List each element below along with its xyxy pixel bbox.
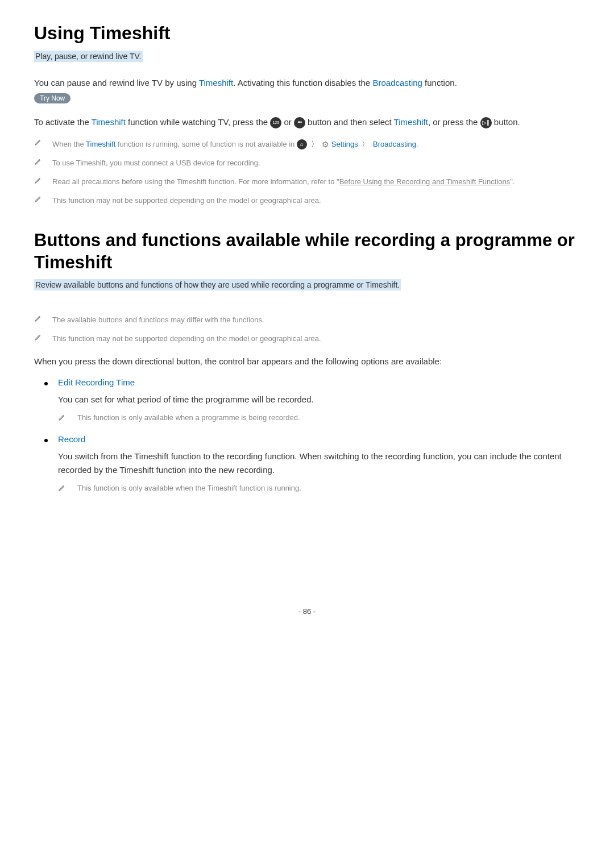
text: Read all precautions before using the Ti…	[52, 177, 339, 186]
timeshift-term: Timeshift	[394, 117, 428, 127]
text: function while watching TV, press the	[126, 117, 270, 127]
chevron-right-icon: 〉	[311, 139, 318, 151]
broadcasting-term: Broadcasting	[373, 140, 416, 148]
note-text: To use Timeshift, you must connect a USB…	[52, 157, 260, 169]
timeshift-term: Timeshift	[86, 140, 115, 148]
text: .	[416, 140, 418, 148]
option-note: This function is only available when a p…	[58, 413, 580, 423]
note-text: The available buttons and functions may …	[52, 314, 264, 326]
pencil-icon	[34, 157, 45, 169]
note-item: The available buttons and functions may …	[34, 314, 580, 326]
text: button and then select	[308, 117, 394, 127]
note-item: When the Timeshift function is running, …	[34, 138, 580, 151]
pencil-icon	[34, 314, 45, 326]
settings-term: Settings	[329, 140, 360, 148]
chevron-right-icon: 〉	[362, 139, 369, 151]
try-now-badge[interactable]: Try Now	[34, 93, 70, 103]
remote-dots-icon	[294, 117, 305, 128]
pencil-icon	[34, 176, 45, 188]
pencil-icon	[58, 484, 69, 493]
gear-icon: ⚙	[322, 138, 329, 151]
note-item: This function may not be supported depen…	[34, 195, 580, 207]
option-body: You can set for what period of time the …	[58, 393, 580, 406]
broadcasting-term: Broadcasting	[372, 78, 422, 88]
intro-text: When you press the down directional butt…	[34, 354, 580, 369]
bullet-icon	[44, 439, 48, 442]
text: When the	[52, 140, 86, 148]
text: button.	[494, 117, 520, 127]
options-list: Edit Recording Time You can set for what…	[34, 377, 580, 493]
timeshift-term: Timeshift	[92, 117, 126, 127]
list-item: Edit Recording Time You can set for what…	[34, 377, 580, 423]
intro-paragraph-1: You can pause and rewind live TV by usin…	[34, 76, 580, 90]
bullet-icon	[44, 382, 48, 385]
section-subtitle: Play, pause, or rewind live TV.	[34, 51, 143, 62]
section-heading: Using Timeshift	[34, 23, 580, 44]
section-subtitle-2: Review available buttons and functions o…	[34, 279, 401, 290]
option-body: You switch from the Timeshift function t…	[58, 450, 580, 477]
notes-list-2: The available buttons and functions may …	[34, 314, 580, 345]
remote-123-icon: 123	[270, 117, 281, 128]
section-heading-2: Buttons and functions available while re…	[34, 230, 580, 274]
text: or	[284, 117, 294, 127]
text: You can pause and rewind live TV by usin…	[34, 78, 199, 88]
text: To activate the	[34, 117, 92, 127]
pencil-icon	[58, 413, 69, 423]
option-title: Record	[58, 434, 85, 444]
text: function.	[422, 78, 457, 88]
option-title: Edit Recording Time	[58, 377, 135, 387]
pencil-icon	[34, 195, 45, 207]
note-text: This function is only available when a p…	[77, 413, 300, 422]
note-item: This function may not be supported depen…	[34, 333, 580, 345]
timeshift-term: Timeshift	[199, 78, 233, 88]
note-text: This function is only available when the…	[77, 484, 301, 492]
note-text: This function may not be supported depen…	[52, 195, 321, 207]
text: function is running, some of function is…	[115, 140, 297, 148]
pencil-icon	[34, 138, 45, 150]
list-item: Record You switch from the Timeshift fun…	[34, 434, 580, 493]
note-item: Read all precautions before using the Ti…	[34, 176, 580, 188]
home-icon: ⌂	[297, 139, 307, 149]
pencil-icon	[34, 333, 45, 345]
text: , or press the	[428, 117, 480, 127]
play-pause-icon: ▷‖	[480, 117, 492, 128]
notes-list-1: When the Timeshift function is running, …	[34, 138, 580, 207]
intro-paragraph-2: To activate the Timeshift function while…	[34, 115, 580, 130]
note-text: This function may not be supported depen…	[52, 333, 321, 345]
option-note: This function is only available when the…	[58, 484, 580, 493]
text: ".	[510, 177, 515, 186]
text: . Activating this function disables the	[233, 78, 372, 88]
manual-link[interactable]: Before Using the Recording and Timeshift…	[339, 177, 511, 186]
note-item: To use Timeshift, you must connect a USB…	[34, 157, 580, 169]
page-number: - 86 -	[34, 607, 580, 616]
